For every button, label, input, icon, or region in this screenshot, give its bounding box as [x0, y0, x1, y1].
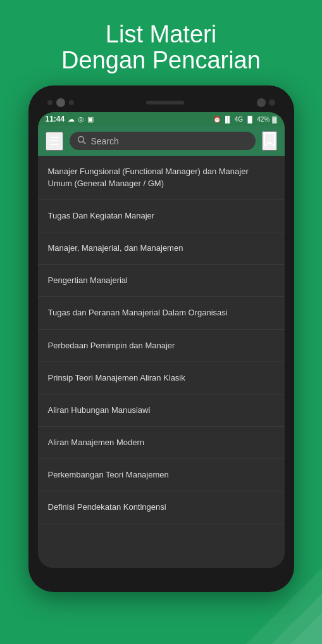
list-item[interactable]: Manajer, Manajerial, dan Manajemen	[38, 232, 285, 265]
status-signal-icon: ▐▌	[223, 116, 232, 123]
list-item[interactable]: Aliran Hubungan Manusiawi	[38, 395, 285, 427]
app-bar: ☰ Search	[38, 126, 285, 156]
status-right-icons: ⏰ ▐▌ 4G ▐▌ 42% ▓	[213, 116, 277, 123]
phone-dot-2	[56, 98, 65, 107]
status-alarm-icon: ⏰	[213, 116, 221, 123]
phone-screen: 11:44 ☁ ◎ ▣ ⏰ ▐▌ 4G ▐▌ 42% ▓ ☰	[38, 112, 285, 568]
phone-camera-right	[257, 98, 275, 107]
status-left: 11:44 ☁ ◎ ▣	[46, 115, 94, 123]
hamburger-button[interactable]: ☰	[46, 132, 63, 151]
list-item[interactable]: Manajer Fungsional (Functional Manager) …	[38, 156, 285, 199]
status-battery-percent: 42%	[257, 116, 269, 123]
phone-camera-left	[47, 98, 74, 107]
list-item[interactable]: Prinsip Teori Manajemen Aliran Klasik	[38, 362, 285, 395]
search-bar[interactable]: Search	[70, 132, 256, 150]
search-icon	[77, 136, 86, 146]
list-item[interactable]: Tugas Dan Kegiatan Manajer	[38, 200, 285, 232]
list-item[interactable]: Pengertian Manajerial	[38, 265, 285, 297]
list-container: Manajer Fungsional (Functional Manager) …	[38, 156, 285, 568]
phone-dot-5	[269, 99, 275, 106]
list-item[interactable]: Perbedaan Pemimpin dan Manajer	[38, 330, 285, 362]
page-subtitle: Dengan Pencarian	[49, 47, 273, 74]
svg-line-4	[83, 142, 85, 144]
status-4g-label: 4G	[235, 116, 243, 123]
status-location-icon: ◎	[78, 115, 84, 123]
status-battery-icon: ▓	[272, 116, 276, 123]
svg-marker-1	[271, 593, 322, 644]
phone-frame: 11:44 ☁ ◎ ▣ ⏰ ▐▌ 4G ▐▌ 42% ▓ ☰	[28, 85, 294, 592]
status-wifi-icon: ▐▌	[245, 116, 254, 123]
list-item[interactable]: Aliran Manajemen Modern	[38, 427, 285, 459]
phone-top-bar	[38, 95, 285, 112]
phone-dot-3	[69, 100, 74, 105]
list-item[interactable]: Definisi Pendekatan Kontingensi	[38, 491, 285, 524]
status-sync-icon: ▣	[87, 115, 94, 123]
status-bar: 11:44 ☁ ◎ ▣ ⏰ ▐▌ 4G ▐▌ 42% ▓	[38, 112, 285, 126]
bookmark-button[interactable]	[262, 131, 277, 151]
list-item[interactable]: Perkembangan Teori Manajemen	[38, 459, 285, 491]
page-title: List Materi	[93, 19, 229, 50]
svg-marker-2	[290, 612, 322, 644]
phone-dot-1	[47, 100, 53, 105]
phone-dot-4	[257, 98, 266, 107]
status-time: 11:44	[46, 115, 65, 123]
search-placeholder-text: Search	[91, 136, 119, 146]
status-cloud-icon: ☁	[68, 115, 75, 123]
phone-speaker	[146, 101, 184, 104]
list-item[interactable]: Tugas dan Peranan Manajerial Dalam Organ…	[38, 297, 285, 329]
